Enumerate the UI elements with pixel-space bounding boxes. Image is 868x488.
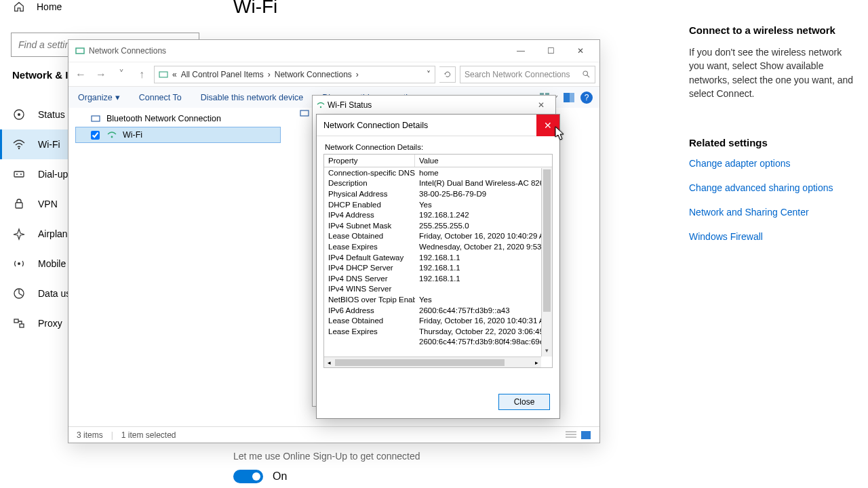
minimize-button[interactable]: —	[506, 41, 536, 60]
airplane-icon	[12, 227, 26, 241]
wifi-conn-icon	[106, 129, 117, 140]
network-connection-details-dialog: Network Connection Details ✕ Network Con…	[316, 114, 560, 419]
address-dropdown[interactable]: ˅	[427, 70, 431, 79]
svg-rect-22	[570, 93, 574, 102]
home-label: Home	[37, 1, 62, 12]
link-network-sharing-center[interactable]: Network and Sharing Center	[689, 207, 859, 218]
details-view-icon[interactable]	[566, 430, 576, 440]
right-panel: Connect to a wireless network If you don…	[689, 24, 859, 256]
wifi-status-close[interactable]: ✕	[531, 100, 551, 110]
ncd-table-header[interactable]: Property Value	[324, 155, 552, 167]
ncd-label: Network Connection Details:	[317, 136, 559, 154]
wifi-status-titlebar[interactable]: Wi-Fi Status ✕	[313, 96, 555, 115]
preview-pane-icon[interactable]	[563, 92, 575, 104]
table-row[interactable]: IPv4 WINS Server	[324, 284, 552, 295]
table-row[interactable]: 2600:6c44:757f:d3b9:80f4:98ac:69e9:	[324, 337, 552, 348]
svg-point-30	[320, 106, 321, 108]
forward-button[interactable]: →	[93, 66, 109, 83]
svg-rect-14	[159, 72, 167, 77]
table-row[interactable]: DescriptionIntel(R) Dual Band Wireless-A…	[324, 178, 552, 189]
svg-rect-12	[20, 324, 24, 327]
obscured-text: Let me use Online Sign-Up to get connect…	[233, 451, 667, 462]
table-row[interactable]: Connection-specific DNS ...home	[324, 167, 552, 178]
toggle-row: On	[233, 470, 667, 483]
ncd-table: Property Value Connection-specific DNS .…	[323, 154, 553, 368]
connection-wifi[interactable]: Wi-Fi	[75, 127, 281, 143]
status-icon	[12, 108, 26, 121]
breadcrumb-network-connections[interactable]: Network Connections	[275, 70, 352, 79]
maximize-button[interactable]: ☐	[536, 41, 566, 60]
vpn-icon	[12, 197, 26, 211]
large-icons-view-icon[interactable]	[580, 430, 591, 440]
table-row[interactable]: IPv6 Address2600:6c44:757f:d3b9::a43	[324, 305, 552, 316]
scroll-down-arrow[interactable]: ▾	[542, 347, 552, 357]
online-signup-toggle[interactable]	[233, 470, 263, 483]
connect-heading: Connect to a wireless network	[689, 24, 859, 36]
up-button[interactable]: ↑	[134, 66, 150, 83]
col-property[interactable]: Property	[324, 155, 415, 167]
ncd-rows: Connection-specific DNS ...homeDescripti…	[324, 167, 552, 347]
ncd-close-x[interactable]: ✕	[536, 115, 559, 136]
table-row[interactable]: Lease ObtainedFriday, October 16, 2020 1…	[324, 231, 552, 242]
refresh-button[interactable]	[439, 66, 456, 83]
scroll-thumb[interactable]	[543, 169, 551, 312]
table-row[interactable]: IPv4 Address192.168.1.242	[324, 209, 552, 220]
table-row[interactable]: Lease ExpiresThursday, October 22, 2020 …	[324, 326, 552, 337]
ncd-titlebar[interactable]: Network Connection Details ✕	[317, 115, 559, 136]
table-row[interactable]: Lease ObtainedFriday, October 16, 2020 1…	[324, 315, 552, 326]
link-windows-firewall[interactable]: Windows Firewall	[689, 231, 859, 242]
svg-point-9	[18, 262, 20, 265]
window-icon	[75, 46, 85, 56]
wifi-checkbox[interactable]	[91, 131, 100, 140]
organize-menu[interactable]: Organize ▾	[78, 92, 123, 102]
explorer-search[interactable]: Search Network Connections	[460, 66, 595, 83]
connect-desc: If you don't see the wireless network yo…	[689, 45, 859, 100]
back-button[interactable]: ←	[73, 66, 89, 83]
close-button[interactable]: ✕	[566, 41, 595, 60]
table-row[interactable]: IPv4 DNS Server192.168.1.1	[324, 273, 552, 284]
home-row[interactable]: Home	[0, 0, 210, 14]
table-row[interactable]: IPv4 Subnet Mask255.255.255.0	[324, 220, 552, 231]
table-row[interactable]: IPv4 Default Gateway192.168.1.1	[324, 252, 552, 263]
col-value[interactable]: Value	[415, 155, 552, 167]
table-row[interactable]: Physical Address38-00-25-B6-79-D9	[324, 188, 552, 199]
connection-partial[interactable]	[299, 108, 310, 119]
page-title: Wi-Fi	[233, 0, 667, 18]
table-row[interactable]: NetBIOS over Tcpip Enab...Yes	[324, 294, 552, 305]
svg-rect-29	[581, 431, 591, 439]
table-row[interactable]: IPv4 DHCP Server192.168.1.1	[324, 262, 552, 273]
address-bar-row: ← → ˅ ↑ « All Control Panel Items › Netw…	[68, 62, 599, 86]
table-row[interactable]: Lease ExpiresWednesday, October 21, 2020…	[324, 241, 552, 252]
recent-dropdown[interactable]: ˅	[113, 66, 130, 83]
home-icon	[12, 0, 26, 14]
connect-to-button[interactable]: Connect To	[139, 93, 184, 102]
horizontal-scrollbar[interactable]: ◂ ▸	[324, 357, 541, 367]
disable-device-button[interactable]: Disable this network device	[201, 93, 306, 102]
vertical-scrollbar[interactable]: ▾	[541, 168, 552, 357]
scroll-right-arrow[interactable]: ▸	[532, 359, 541, 366]
related-heading: Related settings	[689, 137, 859, 148]
search-icon	[582, 70, 591, 79]
wifi-icon	[12, 138, 26, 151]
svg-rect-13	[76, 48, 84, 54]
table-row[interactable]: DHCP EnabledYes	[324, 199, 552, 210]
bluetooth-icon	[90, 113, 101, 124]
scroll-left-arrow[interactable]: ◂	[324, 359, 334, 366]
item-count: 3 items	[77, 430, 103, 440]
link-advanced-sharing[interactable]: Change advanced sharing options	[689, 182, 859, 193]
breadcrumb-control-panel[interactable]: All Control Panel Items	[181, 70, 264, 79]
link-adapter-options[interactable]: Change adapter options	[689, 158, 859, 169]
window-titlebar[interactable]: Network Connections — ☐ ✕	[68, 40, 599, 62]
svg-point-15	[583, 71, 588, 76]
svg-rect-23	[92, 116, 100, 121]
svg-rect-5	[14, 171, 24, 177]
hscroll-thumb[interactable]	[335, 359, 505, 366]
data-icon	[12, 287, 26, 300]
svg-rect-11	[14, 319, 18, 323]
svg-point-4	[18, 148, 20, 149]
svg-point-6	[16, 174, 18, 175]
svg-line-16	[587, 75, 589, 77]
ncd-close-button[interactable]: Close	[498, 394, 550, 410]
address-bar[interactable]: « All Control Panel Items › Network Conn…	[154, 66, 435, 83]
help-icon[interactable]: ?	[580, 92, 593, 104]
